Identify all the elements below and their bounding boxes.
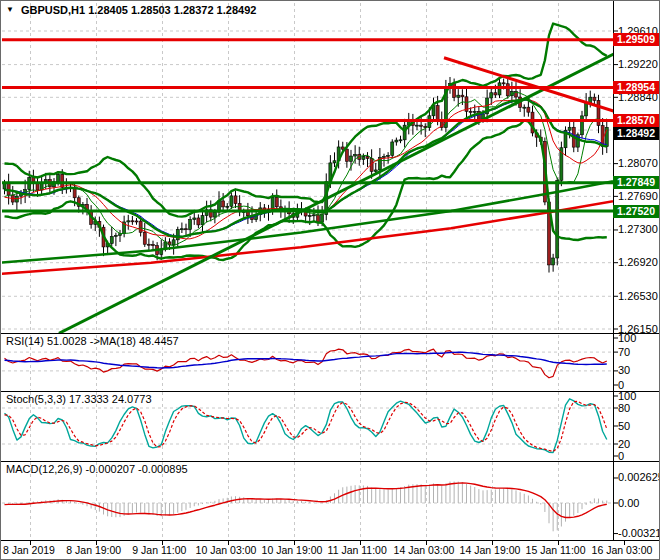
symbol-ohlc-title: GBPUSD,H1 1.28405 1.28503 1.28372 1.2849… (21, 4, 256, 16)
price-level-badge: 1.27849 (613, 176, 659, 189)
time-axis-label: 16 Jan 03:00 (592, 544, 653, 556)
stoch-tick-label: 50 (618, 420, 630, 433)
stoch-tick-label: 80 (618, 402, 630, 415)
macd-tick-label: 0.00 (618, 497, 639, 510)
macd-indicator-label: MACD(12,26,9) -0.000207 -0.000895 (6, 463, 188, 475)
rsi-tick-label: 70 (618, 346, 630, 359)
time-axis-label: 9 Jan 11:00 (132, 544, 186, 556)
time-axis-label: 10 Jan 19:00 (262, 544, 323, 556)
price-level-badge: 1.28954 (613, 81, 659, 94)
chart-window: ▼GBPUSD,H1 1.28405 1.28503 1.28372 1.284… (0, 0, 660, 560)
time-axis-label: 14 Jan 03:00 (394, 544, 455, 556)
stoch-indicator-label: Stoch(5,3,3) 17.3333 24.0773 (6, 393, 152, 405)
candles-layer (3, 77, 608, 273)
y-axis-tick-label: 1.27300 (618, 223, 658, 236)
current-price-badge: 1.28492 (613, 127, 659, 140)
grid-layer (2, 3, 612, 539)
time-axis-label: 10 Jan 03:00 (196, 544, 257, 556)
symbol-dropdown-icon[interactable]: ▼ (6, 5, 14, 14)
price-chart-canvas[interactable] (1, 1, 660, 560)
macd-tick-label: -0.00321 (618, 527, 660, 540)
y-axis-tick-label: 1.27690 (618, 190, 658, 203)
y-axis-tick-label: 1.29220 (618, 58, 658, 71)
stoch-tick-label: 0 (618, 450, 624, 463)
rsi-layer (5, 349, 607, 378)
y-axis-tick-label: 1.26530 (618, 290, 658, 303)
price-level-badge: 1.29509 (613, 33, 659, 46)
y-axis-tick-label: 1.26920 (618, 256, 658, 269)
chart-title: ▼GBPUSD,H1 1.28405 1.28503 1.28372 1.284… (6, 4, 256, 16)
macd-tick-label: 0.002625 (618, 471, 660, 484)
rsi-tick-label: 100 (618, 332, 636, 345)
macd-layer (5, 482, 607, 532)
price-level-badge: 1.27520 (613, 205, 659, 218)
time-axis-label: 11 Jan 11:00 (328, 544, 387, 556)
time-axis-label: 15 Jan 11:00 (526, 544, 586, 556)
rsi-indicator-label: RSI(14) 51.0028 ->MA(18) 48.4457 (6, 335, 179, 347)
y-axis-tick-label: 1.28070 (618, 157, 658, 170)
time-axis-label: 8 Jan 2019 (3, 544, 55, 556)
time-axis-label: 14 Jan 19:00 (460, 544, 521, 556)
price-level-badge: 1.28570 (613, 114, 659, 127)
rsi-tick-label: 30 (618, 364, 630, 377)
time-axis-label: 8 Jan 19:00 (66, 544, 121, 556)
